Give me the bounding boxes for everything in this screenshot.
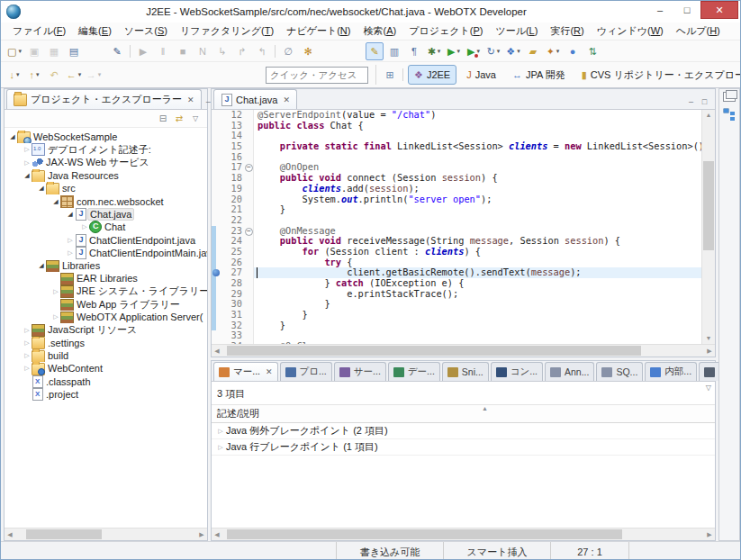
- dropdown-arrow-icon[interactable]: ▾: [456, 48, 460, 55]
- code-editor[interactable]: 12@ServerEndpoint(value = "/chat")13publ…: [212, 110, 701, 344]
- save-all-button[interactable]: ▦: [45, 42, 63, 60]
- collapsed-arrow-icon[interactable]: ▷: [66, 249, 75, 257]
- tab-data-source-explorer[interactable]: デー...: [388, 362, 440, 381]
- code-text[interactable]: System.out.println("server open");: [254, 194, 701, 205]
- tree-item--settings[interactable]: ▷.settings: [5, 337, 207, 349]
- marker-ruler[interactable]: [212, 204, 222, 215]
- menu-p[interactable]: プロジェクト(P): [402, 23, 489, 40]
- dropdown-arrow-icon[interactable]: ▾: [98, 71, 102, 78]
- marker-ruler[interactable]: [212, 321, 222, 331]
- marker-ruler[interactable]: [212, 247, 222, 257]
- marker-ruler[interactable]: [212, 162, 222, 173]
- folding-ruler[interactable]: [244, 321, 254, 331]
- menu-r[interactable]: 実行(R): [544, 23, 590, 40]
- plugin-install-button[interactable]: ⇅: [583, 42, 601, 60]
- skip-breakpoints-button[interactable]: ∅: [279, 42, 297, 60]
- markers-hscrollbar[interactable]: ◀ ▶: [212, 528, 715, 540]
- dropdown-arrow-icon[interactable]: ▾: [18, 48, 22, 55]
- tree-item-java-resources[interactable]: ◢Java Resources: [5, 169, 207, 182]
- menu-t[interactable]: リファクタリング(T): [174, 23, 280, 40]
- perspective-j2ee[interactable]: ❖J2EE: [408, 65, 456, 85]
- menu-w[interactable]: ウィンドウ(W): [591, 23, 670, 40]
- folding-ruler[interactable]: [244, 121, 254, 131]
- collapsed-arrow-icon[interactable]: ▷: [215, 428, 226, 435]
- marker-ruler[interactable]: [212, 330, 222, 341]
- terminate-button[interactable]: ■: [174, 42, 192, 60]
- tree-item-javascript-[interactable]: ▷JavaScript リソース: [5, 323, 207, 336]
- view-menu-icon[interactable]: ▽: [706, 384, 711, 392]
- folding-ruler[interactable]: [244, 236, 254, 247]
- collapsed-arrow-icon[interactable]: ▷: [66, 237, 75, 244]
- collapsed-arrow-icon[interactable]: ▷: [51, 313, 60, 321]
- minimize-editor-button[interactable]: ‒: [684, 97, 698, 106]
- close-button[interactable]: ✕: [700, 1, 738, 19]
- folding-ruler[interactable]: [244, 299, 254, 310]
- perspective-jpa[interactable]: ↔JPA 開発: [506, 65, 572, 85]
- save-button[interactable]: ▣: [25, 42, 43, 60]
- tree-item-websocketsample[interactable]: ◢WebSocketSample: [5, 131, 207, 143]
- folding-ruler[interactable]: [244, 330, 254, 341]
- suspend-button[interactable]: ‖: [154, 42, 172, 60]
- tab-markers[interactable]: マー...✕: [213, 362, 278, 381]
- folding-ruler[interactable]: [244, 267, 254, 278]
- marker-ruler[interactable]: [212, 173, 222, 184]
- marker-ruler[interactable]: [212, 121, 222, 131]
- quick-access-input[interactable]: [266, 67, 368, 84]
- folding-ruler[interactable]: −: [244, 162, 254, 173]
- code-text[interactable]: public class Chat {: [254, 121, 701, 131]
- breakpoint-icon[interactable]: [212, 269, 220, 276]
- view-menu-button[interactable]: ▽: [187, 114, 203, 122]
- link-with-editor-button[interactable]: ⇄: [171, 113, 187, 123]
- marker-ruler[interactable]: [212, 236, 222, 247]
- marker-ruler[interactable]: [212, 184, 222, 194]
- folding-ruler[interactable]: [244, 215, 254, 226]
- tab-chat-java[interactable]: Chat.java ✕: [213, 89, 297, 109]
- collapse-fold-icon[interactable]: −: [245, 164, 253, 172]
- forward-button[interactable]: →▾: [85, 66, 103, 84]
- expanded-arrow-icon[interactable]: ◢: [51, 198, 60, 205]
- marker-ruler[interactable]: [212, 299, 222, 310]
- marker-ruler[interactable]: [212, 278, 222, 289]
- dropdown-arrow-icon[interactable]: ▾: [497, 48, 501, 55]
- code-text[interactable]: private static final LinkedList<Session>…: [254, 141, 701, 152]
- tree-item-chatclientendpoint-java[interactable]: ▷ChatClientEndpoint.java: [5, 233, 207, 246]
- resume-button[interactable]: ▶: [134, 42, 152, 60]
- menu-e[interactable]: 編集(E): [72, 23, 118, 40]
- marker-ruler[interactable]: [212, 141, 222, 152]
- folding-ruler[interactable]: [244, 141, 254, 152]
- search-button[interactable]: ✦▾: [544, 42, 562, 60]
- tab-console[interactable]: コン...: [491, 362, 543, 381]
- tab-servers[interactable]: サー...: [334, 362, 386, 381]
- folding-ruler[interactable]: [244, 341, 254, 344]
- tree-item--[interactable]: ▷デプロイメント記述子:: [5, 143, 207, 156]
- step-into-button[interactable]: ↳: [213, 42, 231, 60]
- tab-sql-results[interactable]: SQ...: [596, 362, 643, 381]
- folding-ruler[interactable]: [244, 184, 254, 194]
- folding-ruler[interactable]: [244, 173, 254, 184]
- folding-ruler[interactable]: [244, 257, 254, 268]
- menu-f[interactable]: ファイル(F): [6, 23, 72, 40]
- debug-config-button[interactable]: ✻: [299, 42, 317, 60]
- collapsed-arrow-icon[interactable]: ▷: [23, 339, 32, 347]
- block-selection-button[interactable]: ▥: [385, 42, 403, 60]
- previous-annotation-button[interactable]: ↑▾: [25, 66, 43, 84]
- close-view-icon[interactable]: ✕: [266, 367, 273, 376]
- tree-item--classpath[interactable]: .classpath: [5, 375, 207, 388]
- folding-ruler[interactable]: [244, 310, 254, 321]
- expanded-arrow-icon[interactable]: ◢: [37, 262, 46, 269]
- debug-button[interactable]: ✱▾: [425, 42, 443, 60]
- restore-view-button[interactable]: [723, 92, 736, 102]
- expanded-arrow-icon[interactable]: ◢: [23, 172, 32, 179]
- marker-ruler[interactable]: [212, 267, 222, 278]
- tab-annotations[interactable]: Ann...: [545, 362, 594, 381]
- code-text[interactable]: }: [254, 321, 701, 331]
- collapse-fold-icon[interactable]: −: [245, 228, 253, 236]
- tree-item--project[interactable]: .project: [5, 388, 207, 401]
- folding-ruler[interactable]: [244, 131, 254, 141]
- marker-ruler[interactable]: [212, 341, 222, 344]
- expanded-arrow-icon[interactable]: ◢: [8, 133, 17, 140]
- maximize-editor-button[interactable]: □: [698, 97, 711, 106]
- markers-column-header[interactable]: 記述/説明▲: [212, 404, 715, 423]
- folding-ruler[interactable]: [244, 278, 254, 289]
- marker-ruler[interactable]: [212, 152, 222, 163]
